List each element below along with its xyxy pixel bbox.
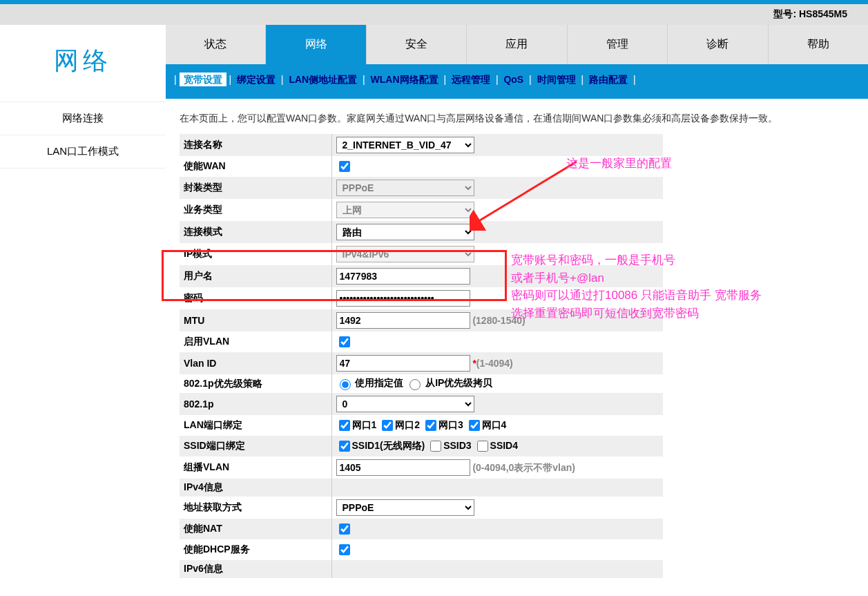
tab-help[interactable]: 帮助 — [769, 25, 868, 64]
checkbox-enable-dhcp[interactable] — [339, 544, 350, 555]
label-lan1: 网口1 — [352, 419, 377, 430]
input-mtu[interactable] — [336, 312, 470, 329]
label-enable-nat: 使能NAT — [180, 519, 331, 539]
label-dot1p-policy: 802.1p优先级策略 — [180, 374, 331, 393]
select-addr-mode[interactable]: PPPoE — [336, 499, 474, 516]
radio-label-specified: 使用指定值 — [355, 377, 403, 388]
label-encap: 封装类型 — [180, 177, 331, 199]
label-lan4: 网口4 — [482, 419, 507, 430]
checkbox-enable-nat[interactable] — [339, 523, 350, 535]
select-service: 上网 — [336, 202, 474, 218]
select-dot1p[interactable]: 0 — [336, 396, 474, 412]
checkbox-lan1[interactable] — [339, 420, 350, 431]
input-password[interactable] — [336, 290, 470, 307]
select-conn-name[interactable]: 2_INTERNET_B_VID_47 — [336, 137, 474, 153]
label-vlan-id: Vlan ID — [180, 352, 331, 374]
sidebar-item-network-conn[interactable]: 网络连接 — [0, 102, 166, 135]
input-username[interactable] — [336, 268, 470, 285]
checkbox-enable-vlan[interactable] — [339, 336, 350, 347]
label-ssid1: SSID1(无线网络) — [352, 440, 425, 451]
brand-title: 网络 — [0, 25, 166, 102]
select-encap: PPPoE — [336, 180, 474, 196]
label-enable-dhcp: 使能DHCP服务 — [180, 539, 331, 560]
input-mcast-vlan[interactable] — [336, 459, 470, 476]
sub-nav: | 宽带设置 | 绑定设置 | LAN侧地址配置 | WLAN网络配置 | 远程… — [166, 64, 868, 99]
label-mcast-vlan: 组播VLAN — [180, 456, 331, 479]
label-enable-wan: 使能WAN — [180, 156, 331, 177]
input-vlan-id[interactable] — [336, 355, 470, 372]
label-ipv4-info: IPv4信息 — [180, 479, 331, 497]
radio-label-copy: 从IP优先级拷贝 — [425, 377, 492, 388]
select-ip-mode: IPv4&IPv6 — [336, 246, 474, 262]
checkbox-ssid4[interactable] — [477, 441, 488, 452]
sidebar-item-lan-mode[interactable]: LAN口工作模式 — [0, 135, 166, 169]
label-lan-bind: LAN端口绑定 — [180, 415, 331, 436]
checkbox-ssid3[interactable] — [430, 441, 441, 452]
label-enable-vlan: 启用VLAN — [180, 331, 331, 352]
label-password: 密码 — [180, 287, 331, 309]
label-conn-name: 连接名称 — [180, 134, 331, 156]
select-conn-mode[interactable]: 路由 — [336, 224, 474, 240]
tab-diagnose[interactable]: 诊断 — [668, 25, 768, 64]
hint-mtu: (1280-1540) — [472, 315, 525, 326]
label-lan3: 网口3 — [438, 419, 463, 430]
checkbox-enable-wan[interactable] — [339, 161, 350, 172]
top-tabs: 状态 网络 安全 应用 管理 诊断 帮助 — [166, 25, 868, 64]
tab-network[interactable]: 网络 — [266, 25, 366, 64]
subnav-qos[interactable]: QoS — [501, 74, 526, 85]
subnav-lan-addr[interactable]: LAN侧地址配置 — [286, 74, 360, 85]
subnav-remote[interactable]: 远程管理 — [449, 74, 493, 85]
config-form: 连接名称 2_INTERNET_B_VID_47 使能WAN 封装类型 PPPo… — [180, 134, 663, 578]
tab-security[interactable]: 安全 — [367, 25, 467, 64]
label-service: 业务类型 — [180, 199, 331, 221]
label-ssid3: SSID3 — [443, 440, 471, 451]
label-ssid-bind: SSID端口绑定 — [180, 436, 331, 456]
label-addr-mode: 地址获取方式 — [180, 497, 331, 519]
tab-status[interactable]: 状态 — [166, 25, 266, 64]
radio-dot1p-copy[interactable] — [409, 379, 421, 390]
checkbox-lan4[interactable] — [469, 420, 480, 431]
subnav-time[interactable]: 时间管理 — [534, 74, 579, 85]
checkbox-lan3[interactable] — [425, 420, 436, 431]
tab-application[interactable]: 应用 — [467, 25, 567, 64]
page-description: 在本页面上，您可以配置WAN口参数。家庭网关通过WAN口与高层网络设备通信，在通… — [166, 99, 868, 134]
checkbox-lan2[interactable] — [382, 420, 393, 431]
subnav-broadband[interactable]: 宽带设置 — [180, 73, 226, 86]
tab-manage[interactable]: 管理 — [568, 25, 668, 64]
radio-dot1p-specified[interactable] — [340, 379, 351, 390]
subnav-bind[interactable]: 绑定设置 — [234, 74, 278, 85]
label-conn-mode: 连接模式 — [180, 221, 331, 243]
label-mtu: MTU — [180, 309, 331, 331]
sidebar: 网络 网络连接 LAN口工作模式 — [0, 25, 166, 596]
label-dot1p: 802.1p — [180, 393, 331, 415]
label-ssid4: SSID4 — [490, 440, 518, 451]
subnav-route[interactable]: 路由配置 — [586, 74, 630, 85]
hint-mcast-vlan: (0-4094,0表示不带vlan) — [472, 462, 575, 473]
label-lan2: 网口2 — [395, 419, 420, 430]
subnav-wlan[interactable]: WLAN网络配置 — [368, 74, 441, 85]
label-ip-mode: IP模式 — [180, 243, 331, 265]
label-username: 用户名 — [180, 265, 331, 287]
checkbox-ssid1[interactable] — [339, 441, 350, 452]
label-ipv6-info: IPv6信息 — [180, 560, 331, 578]
model-label: 型号: HS8545M5 — [0, 4, 868, 25]
hint-vlan-id: (1-4094) — [476, 358, 513, 369]
